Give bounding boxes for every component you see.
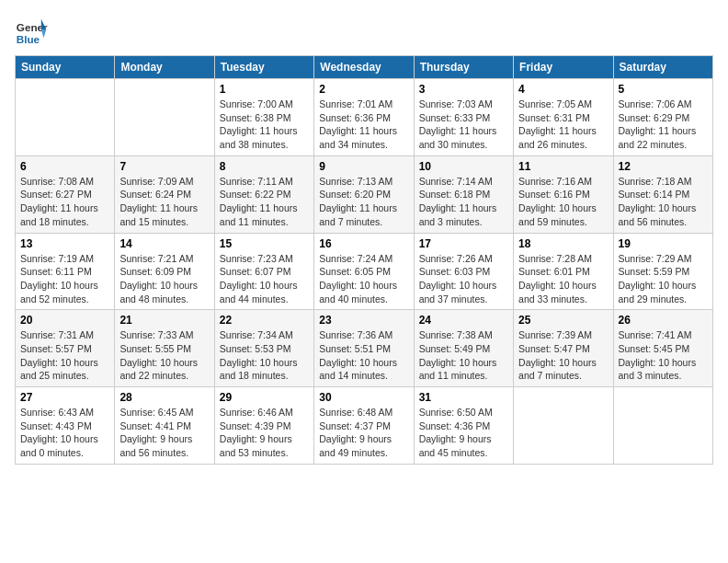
calendar-cell: 18Sunrise: 7:28 AM Sunset: 6:01 PM Dayli… <box>514 233 613 310</box>
day-info: Sunrise: 7:18 AM Sunset: 6:14 PM Dayligh… <box>619 175 708 229</box>
day-info: Sunrise: 7:31 AM Sunset: 5:57 PM Dayligh… <box>20 328 109 383</box>
calendar-cell: 29Sunrise: 6:46 AM Sunset: 4:39 PM Dayli… <box>214 387 313 465</box>
weekday-header-tuesday: Tuesday <box>214 56 313 79</box>
calendar-cell: 12Sunrise: 7:18 AM Sunset: 6:14 PM Dayli… <box>613 155 712 233</box>
day-number: 26 <box>619 314 708 327</box>
weekday-header-sunday: Sunday <box>16 56 115 79</box>
calendar-cell: 10Sunrise: 7:14 AM Sunset: 6:18 PM Dayli… <box>414 155 513 233</box>
week-row-2: 6Sunrise: 7:08 AM Sunset: 6:27 PM Daylig… <box>16 155 713 233</box>
svg-marker-3 <box>41 29 46 38</box>
calendar-cell: 9Sunrise: 7:13 AM Sunset: 6:20 PM Daylig… <box>314 155 414 233</box>
day-number: 5 <box>619 83 708 96</box>
weekday-header-thursday: Thursday <box>414 56 513 79</box>
day-number: 16 <box>319 237 408 250</box>
day-info: Sunrise: 7:09 AM Sunset: 6:24 PM Dayligh… <box>119 175 209 229</box>
day-number: 23 <box>319 314 408 327</box>
day-info: Sunrise: 7:13 AM Sunset: 6:20 PM Dayligh… <box>319 175 408 229</box>
day-number: 11 <box>518 160 608 173</box>
day-info: Sunrise: 7:21 AM Sunset: 6:09 PM Dayligh… <box>119 252 209 306</box>
svg-text:Blue: Blue <box>17 33 40 45</box>
day-number: 21 <box>119 314 209 327</box>
calendar-table: SundayMondayTuesdayWednesdayThursdayFrid… <box>15 55 713 465</box>
week-row-1: 1Sunrise: 7:00 AM Sunset: 6:38 PM Daylig… <box>16 79 713 156</box>
day-number: 12 <box>619 160 708 173</box>
calendar-cell: 28Sunrise: 6:45 AM Sunset: 4:41 PM Dayli… <box>115 387 214 465</box>
day-info: Sunrise: 7:11 AM Sunset: 6:22 PM Dayligh… <box>220 175 309 229</box>
day-number: 8 <box>220 160 309 173</box>
day-info: Sunrise: 7:28 AM Sunset: 6:01 PM Dayligh… <box>518 252 608 306</box>
day-number: 27 <box>20 391 109 404</box>
day-info: Sunrise: 7:16 AM Sunset: 6:16 PM Dayligh… <box>518 175 608 229</box>
calendar-cell: 19Sunrise: 7:29 AM Sunset: 5:59 PM Dayli… <box>613 233 712 310</box>
day-info: Sunrise: 6:43 AM Sunset: 4:43 PM Dayligh… <box>20 406 109 460</box>
calendar-cell: 23Sunrise: 7:36 AM Sunset: 5:51 PM Dayli… <box>314 310 414 387</box>
calendar-cell: 3Sunrise: 7:03 AM Sunset: 6:33 PM Daylig… <box>414 79 513 156</box>
day-number: 7 <box>119 160 209 173</box>
day-number: 13 <box>20 237 109 250</box>
calendar-cell: 5Sunrise: 7:06 AM Sunset: 6:29 PM Daylig… <box>613 79 712 156</box>
day-number: 25 <box>518 314 608 327</box>
day-number: 14 <box>119 237 209 250</box>
calendar-cell: 15Sunrise: 7:23 AM Sunset: 6:07 PM Dayli… <box>214 233 313 310</box>
day-info: Sunrise: 7:33 AM Sunset: 5:55 PM Dayligh… <box>119 328 209 383</box>
day-info: Sunrise: 7:36 AM Sunset: 5:51 PM Dayligh… <box>319 328 408 383</box>
day-info: Sunrise: 7:19 AM Sunset: 6:11 PM Dayligh… <box>20 252 109 306</box>
week-row-3: 13Sunrise: 7:19 AM Sunset: 6:11 PM Dayli… <box>16 233 713 310</box>
day-info: Sunrise: 6:48 AM Sunset: 4:37 PM Dayligh… <box>319 406 408 460</box>
calendar-cell: 1Sunrise: 7:00 AM Sunset: 6:38 PM Daylig… <box>214 79 313 156</box>
weekday-header-wednesday: Wednesday <box>314 56 414 79</box>
day-info: Sunrise: 7:00 AM Sunset: 6:38 PM Dayligh… <box>220 98 309 152</box>
day-info: Sunrise: 7:24 AM Sunset: 6:05 PM Dayligh… <box>319 252 408 306</box>
weekday-header-monday: Monday <box>115 56 214 79</box>
day-number: 24 <box>419 314 508 327</box>
weekday-header-friday: Friday <box>514 56 613 79</box>
calendar-cell: 22Sunrise: 7:34 AM Sunset: 5:53 PM Dayli… <box>214 310 313 387</box>
calendar-cell: 13Sunrise: 7:19 AM Sunset: 6:11 PM Dayli… <box>16 233 115 310</box>
day-number: 31 <box>419 391 508 404</box>
weekday-header-saturday: Saturday <box>613 56 712 79</box>
day-number: 18 <box>518 237 608 250</box>
day-info: Sunrise: 7:08 AM Sunset: 6:27 PM Dayligh… <box>20 175 109 229</box>
day-number: 29 <box>220 391 309 404</box>
logo: General Blue <box>15 15 48 48</box>
weekday-header-row: SundayMondayTuesdayWednesdayThursdayFrid… <box>16 56 713 79</box>
day-info: Sunrise: 7:14 AM Sunset: 6:18 PM Dayligh… <box>419 175 508 229</box>
day-info: Sunrise: 7:26 AM Sunset: 6:03 PM Dayligh… <box>419 252 508 306</box>
day-number: 6 <box>20 160 109 173</box>
day-number: 20 <box>20 314 109 327</box>
day-number: 15 <box>220 237 309 250</box>
calendar-cell: 8Sunrise: 7:11 AM Sunset: 6:22 PM Daylig… <box>214 155 313 233</box>
day-number: 19 <box>619 237 708 250</box>
day-info: Sunrise: 7:01 AM Sunset: 6:36 PM Dayligh… <box>319 98 408 152</box>
calendar-cell: 26Sunrise: 7:41 AM Sunset: 5:45 PM Dayli… <box>613 310 712 387</box>
calendar-cell: 21Sunrise: 7:33 AM Sunset: 5:55 PM Dayli… <box>115 310 214 387</box>
calendar-cell: 4Sunrise: 7:05 AM Sunset: 6:31 PM Daylig… <box>514 79 613 156</box>
day-number: 22 <box>220 314 309 327</box>
day-info: Sunrise: 7:05 AM Sunset: 6:31 PM Dayligh… <box>518 98 608 152</box>
calendar-cell: 14Sunrise: 7:21 AM Sunset: 6:09 PM Dayli… <box>115 233 214 310</box>
day-number: 2 <box>319 83 408 96</box>
day-number: 10 <box>419 160 508 173</box>
day-info: Sunrise: 7:41 AM Sunset: 5:45 PM Dayligh… <box>619 328 708 383</box>
page-header: General Blue <box>15 15 713 48</box>
calendar-cell: 11Sunrise: 7:16 AM Sunset: 6:16 PM Dayli… <box>514 155 613 233</box>
calendar-cell: 2Sunrise: 7:01 AM Sunset: 6:36 PM Daylig… <box>314 79 414 156</box>
calendar-cell: 25Sunrise: 7:39 AM Sunset: 5:47 PM Dayli… <box>514 310 613 387</box>
calendar-cell <box>16 79 115 156</box>
day-info: Sunrise: 6:50 AM Sunset: 4:36 PM Dayligh… <box>419 406 508 460</box>
week-row-4: 20Sunrise: 7:31 AM Sunset: 5:57 PM Dayli… <box>16 310 713 387</box>
calendar-cell: 6Sunrise: 7:08 AM Sunset: 6:27 PM Daylig… <box>16 155 115 233</box>
calendar-cell: 30Sunrise: 6:48 AM Sunset: 4:37 PM Dayli… <box>314 387 414 465</box>
day-info: Sunrise: 7:39 AM Sunset: 5:47 PM Dayligh… <box>518 328 608 383</box>
day-number: 3 <box>419 83 508 96</box>
calendar-cell: 31Sunrise: 6:50 AM Sunset: 4:36 PM Dayli… <box>414 387 513 465</box>
calendar-cell: 16Sunrise: 7:24 AM Sunset: 6:05 PM Dayli… <box>314 233 414 310</box>
day-info: Sunrise: 7:34 AM Sunset: 5:53 PM Dayligh… <box>220 328 309 383</box>
week-row-5: 27Sunrise: 6:43 AM Sunset: 4:43 PM Dayli… <box>16 387 713 465</box>
logo-icon: General Blue <box>15 15 48 48</box>
day-number: 30 <box>319 391 408 404</box>
day-info: Sunrise: 6:45 AM Sunset: 4:41 PM Dayligh… <box>119 406 209 460</box>
calendar-cell <box>613 387 712 465</box>
day-number: 17 <box>419 237 508 250</box>
day-info: Sunrise: 7:06 AM Sunset: 6:29 PM Dayligh… <box>619 98 708 152</box>
